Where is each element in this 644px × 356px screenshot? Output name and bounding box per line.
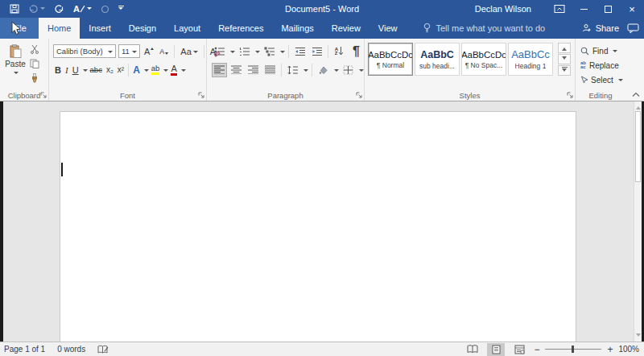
copy-icon[interactable] <box>30 59 39 68</box>
page-count[interactable]: Page 1 of 1 <box>4 345 45 354</box>
word-count[interactable]: 0 words <box>57 345 85 354</box>
ribbon: Paste Clipboard <box>0 39 644 101</box>
find-icon <box>580 47 589 56</box>
styles-more-icon[interactable] <box>558 65 571 76</box>
editing-group-label: Editing <box>576 91 625 100</box>
grow-font-button[interactable]: A <box>142 44 155 59</box>
font-group-label: Font <box>49 91 206 100</box>
text-caret <box>61 163 63 176</box>
tell-me-box[interactable]: Tell me what you want to do <box>423 18 546 39</box>
ribbon-tab-row: File Home Insert Design Layout Reference… <box>0 18 644 39</box>
comment-icon[interactable] <box>627 18 644 39</box>
subscript-button[interactable]: x₂ <box>105 63 115 77</box>
zoom-level[interactable]: 100% <box>618 345 639 354</box>
highlight-button[interactable]: ab <box>150 63 162 77</box>
strikethrough-button[interactable]: abc <box>89 63 104 77</box>
tab-references[interactable]: References <box>209 18 272 39</box>
user-name[interactable]: Declan Wilson <box>475 4 531 14</box>
zoom-slider-handle[interactable] <box>572 346 574 353</box>
person-icon <box>582 23 592 33</box>
font-dialog-launcher-icon[interactable] <box>198 92 204 98</box>
paragraph-dialog-launcher-icon[interactable] <box>356 92 362 98</box>
italic-button[interactable]: I <box>64 63 70 77</box>
show-paragraph-marks-button[interactable]: ¶ <box>349 44 364 59</box>
style-no-spacing[interactable]: AaBbCcDc ¶ No Spac... <box>461 43 506 76</box>
align-center-button[interactable] <box>229 63 244 77</box>
select-button[interactable]: Select <box>580 73 625 86</box>
lightbulb-icon <box>423 23 431 34</box>
scroll-down-icon[interactable] <box>636 333 641 339</box>
sort-button[interactable]: AZ <box>332 44 347 59</box>
undo-icon <box>28 4 45 14</box>
change-case-button[interactable]: Aa <box>179 44 199 59</box>
font-size-combo[interactable]: 11 <box>118 44 140 58</box>
document-area <box>0 101 644 342</box>
tab-design[interactable]: Design <box>120 18 165 39</box>
shrink-font-button[interactable]: A <box>158 44 170 59</box>
tab-layout[interactable]: Layout <box>165 18 209 39</box>
font-family-combo[interactable]: Calibri (Body) <box>53 44 116 58</box>
close-button[interactable]: × <box>620 0 644 18</box>
read-mode-icon[interactable] <box>464 343 481 356</box>
vertical-scrollbar[interactable] <box>634 101 642 342</box>
style-sub-heading[interactable]: AaBbC sub headi... <box>415 43 460 76</box>
style-heading-1[interactable]: AaBbCc Heading 1 <box>508 43 553 76</box>
format-painter-icon[interactable] <box>30 73 39 83</box>
line-spacing-button[interactable] <box>285 63 300 77</box>
increase-indent-button[interactable] <box>309 44 324 59</box>
paste-button[interactable]: Paste <box>3 42 27 95</box>
styles-dialog-launcher-icon[interactable] <box>567 92 573 98</box>
bullets-button[interactable] <box>212 44 227 59</box>
document-page[interactable] <box>60 111 576 342</box>
styles-group-label: Styles <box>365 91 575 100</box>
window-left-edge <box>0 101 3 342</box>
cut-icon[interactable] <box>30 44 39 54</box>
share-label: Share <box>596 23 619 33</box>
text-effects-button[interactable]: A <box>131 63 142 77</box>
style-pen-icon[interactable]: A <box>73 4 92 14</box>
numbering-button[interactable] <box>237 44 252 59</box>
mouse-cursor-icon <box>11 21 22 36</box>
styles-scroll-up-icon[interactable] <box>558 43 571 53</box>
tab-insert[interactable]: Insert <box>80 18 120 39</box>
scroll-up-icon[interactable] <box>636 104 641 110</box>
tab-review[interactable]: Review <box>323 18 369 39</box>
align-left-button[interactable] <box>212 63 227 77</box>
style-normal[interactable]: AaBbCcDc ¶ Normal <box>368 43 413 76</box>
superscript-button[interactable]: x² <box>116 63 126 77</box>
font-color-button[interactable]: A <box>169 63 178 77</box>
web-layout-icon[interactable] <box>510 343 528 356</box>
customize-quick-access-icon[interactable] <box>118 6 124 12</box>
clipboard-dialog-launcher-icon[interactable] <box>40 92 47 98</box>
proofing-icon[interactable] <box>97 345 109 354</box>
group-styles: AaBbCcDc ¶ Normal AaBbC sub headi... AaB… <box>365 39 576 101</box>
font-size-value: 11 <box>122 47 130 56</box>
collapse-ribbon-icon[interactable] <box>632 92 640 97</box>
redo-icon[interactable] <box>54 4 64 14</box>
share-button[interactable]: Share <box>574 18 627 39</box>
zoom-in-button[interactable]: + <box>607 344 613 355</box>
zoom-slider[interactable] <box>545 349 601 350</box>
tab-home[interactable]: Home <box>39 18 80 39</box>
find-button[interactable]: Find <box>580 44 625 57</box>
tab-view[interactable]: View <box>369 18 407 39</box>
print-layout-icon[interactable] <box>487 343 505 356</box>
zoom-out-button[interactable]: − <box>534 344 539 355</box>
ribbon-display-options-icon[interactable] <box>547 0 572 18</box>
maximize-button[interactable] <box>596 0 620 18</box>
borders-button[interactable] <box>341 63 356 77</box>
justify-button[interactable] <box>262 63 278 77</box>
save-icon[interactable] <box>10 4 19 14</box>
multilevel-list-button[interactable] <box>262 44 277 59</box>
underline-button[interactable]: U <box>71 63 80 77</box>
replace-button[interactable]: abac Replace <box>580 59 625 72</box>
replace-icon: abac <box>580 61 586 69</box>
decrease-indent-button[interactable] <box>292 44 308 59</box>
minimize-button[interactable] <box>572 0 596 18</box>
bold-button[interactable]: B <box>53 63 63 77</box>
shading-button[interactable] <box>316 63 331 77</box>
styles-scroll-down-icon[interactable] <box>558 54 571 64</box>
scrollbar-thumb[interactable] <box>635 111 641 182</box>
align-right-button[interactable] <box>246 63 261 77</box>
tab-mailings[interactable]: Mailings <box>272 18 322 39</box>
